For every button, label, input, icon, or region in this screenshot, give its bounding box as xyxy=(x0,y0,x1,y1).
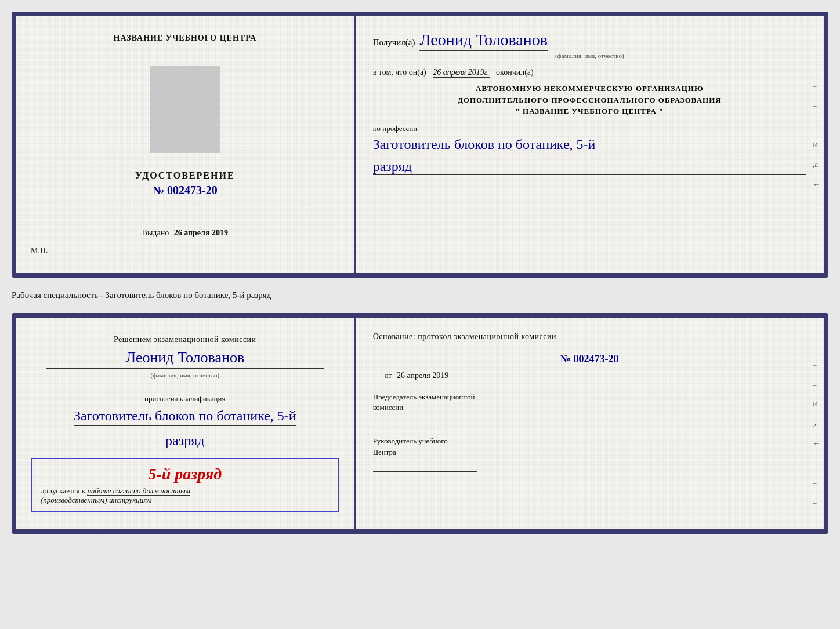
dash-top: – xyxy=(555,38,559,48)
mp-stamp: М.П. xyxy=(31,238,48,256)
issued-date: 26 апреля 2019 xyxy=(174,228,228,238)
stamp-box: 5-й разряд допускается к работе согласно… xyxy=(31,458,339,512)
in-that-prefix: в том, что он(а) xyxy=(373,68,426,77)
page-container: НАЗВАНИЕ УЧЕБНОГО ЦЕНТРА УДОСТОВЕРЕНИЕ №… xyxy=(12,12,828,534)
profession-handwritten-bottom: Заготовитель блоков по ботанике, 5-й xyxy=(74,407,296,426)
org-line3: " НАЗВАНИЕ УЧЕБНОГО ЦЕНТРА " xyxy=(373,106,806,117)
top-document-card: НАЗВАНИЕ УЧЕБНОГО ЦЕНТРА УДОСТОВЕРЕНИЕ №… xyxy=(12,12,828,278)
received-prefix: Получил(а) xyxy=(373,38,415,48)
head-label1: Руководитель учебного xyxy=(373,437,448,445)
org-block: АВТОНОМНУЮ НЕКОММЕРЧЕСКУЮ ОРГАНИЗАЦИЮ ДО… xyxy=(373,83,806,117)
chair-label2: комиссии xyxy=(373,403,404,412)
dash-rb3: – xyxy=(813,380,820,389)
recipient-name-bottom: Леонид Толованов xyxy=(125,349,244,368)
right-edge-marks-bottom: – – – И ,а ← – – – xyxy=(813,340,820,507)
bottom-doc-left: Решением экзаменационной комиссии Леонид… xyxy=(16,318,356,529)
right-edge-marks-top: – – – И ,а ← – xyxy=(813,81,820,209)
top-doc-left: НАЗВАНИЕ УЧЕБНОГО ЦЕНТРА УДОСТОВЕРЕНИЕ №… xyxy=(16,16,356,273)
profession-label-top: по профессии xyxy=(373,124,806,133)
separator-text: Рабочая специальность - Заготовитель бло… xyxy=(12,288,828,303)
in-that-line: в том, что он(а) 26 апреля 2019г. окончи… xyxy=(373,68,806,77)
dash-rb5: – xyxy=(813,478,820,488)
finished-label: окончил(а) xyxy=(496,68,534,77)
arrow-bottom: ← xyxy=(813,439,820,448)
head-label2: Центра xyxy=(373,448,396,456)
chair-signature-block: Председатель экзаменационной комиссии xyxy=(373,392,806,427)
stamp-allowed-text: допускается к работе согласно должностны… xyxy=(41,486,330,505)
head-signature-block: Руководитель учебного Центра xyxy=(373,436,806,471)
name-subtitle-top: (фамилия, имя, отчество) xyxy=(373,52,806,59)
recipient-name-top: Леонид Толованов xyxy=(419,31,548,51)
chair-sig-line xyxy=(373,416,477,427)
top-doc-right: Получил(а) Леонид Толованов – (фамилия, … xyxy=(356,16,824,273)
profession-handwritten-top: Заготовитель блоков по ботанике, 5-й xyxy=(373,136,806,154)
head-sig-line xyxy=(373,460,477,472)
stamp-allowed-label: допускается к xyxy=(41,486,85,495)
stamp-work: работе согласно должностным xyxy=(87,486,190,496)
cert-label: УДОСТОВЕРЕНИЕ xyxy=(135,170,235,181)
name-subtitle-bottom: (фамилия, имя, отчество) xyxy=(150,372,219,379)
rank-handwritten-bottom: разряд xyxy=(165,433,204,449)
head-label: Руководитель учебного Центра xyxy=(373,436,806,457)
photo-placeholder xyxy=(150,66,220,153)
letter-i-top: И xyxy=(813,140,820,150)
cert-title-block: УДОСТОВЕРЕНИЕ № 002473-20 xyxy=(135,170,235,197)
letter-i-bottom: И xyxy=(813,399,820,409)
dash-rb4: – xyxy=(813,459,820,468)
stamp-instructions: (производственным) инструкциям xyxy=(41,496,152,504)
basis-text: Основание: протокол экзаменационной коми… xyxy=(373,332,806,341)
rank-handwritten-top: разряд xyxy=(373,159,806,175)
chair-label1: Председатель экзаменационной xyxy=(373,392,475,401)
bottom-document-card: Решением экзаменационной комиссии Леонид… xyxy=(12,313,828,534)
cert-number: № 002473-20 xyxy=(135,184,235,197)
protocol-number: № 002473-20 xyxy=(373,353,806,365)
arrow-top: ← xyxy=(813,180,820,189)
dash-rb6: – xyxy=(813,498,820,507)
org-line1: АВТОНОМНУЮ НЕКОММЕРЧЕСКУЮ ОРГАНИЗАЦИЮ xyxy=(373,83,806,94)
chair-label: Председатель экзаменационной комиссии xyxy=(373,392,806,413)
top-left-title: НАЗВАНИЕ УЧЕБНОГО ЦЕНТРА xyxy=(114,34,256,43)
bottom-doc-right: Основание: протокол экзаменационной коми… xyxy=(356,318,824,529)
dash-rb1: – xyxy=(813,340,820,350)
from-prefix: от xyxy=(385,371,392,380)
decision-text: Решением экзаменационной комиссии xyxy=(114,335,256,344)
dash-rb2: – xyxy=(813,360,820,369)
dash-r1: – xyxy=(813,81,820,90)
dash-r4: – xyxy=(813,199,820,209)
letter-a-bottom: ,а xyxy=(813,419,820,428)
qualified-label: присвоена квалификация xyxy=(144,394,225,403)
dash-r3: – xyxy=(813,121,820,130)
org-line2: ДОПОЛНИТЕЛЬНОГО ПРОФЕССИОНАЛЬНОГО ОБРАЗО… xyxy=(373,94,806,106)
from-date-line: от 26 апреля 2019 xyxy=(385,371,806,380)
issued-label: Выдано xyxy=(142,228,169,237)
stamp-rank: 5-й разряд xyxy=(41,465,330,483)
dash-r2: – xyxy=(813,101,820,110)
letter-a-top: ,а xyxy=(813,160,820,169)
issued-line: Выдано 26 апреля 2019 xyxy=(142,228,228,238)
finish-date: 26 апреля 2019г. xyxy=(433,68,489,78)
from-date-value: 26 апреля 2019 xyxy=(397,371,448,380)
